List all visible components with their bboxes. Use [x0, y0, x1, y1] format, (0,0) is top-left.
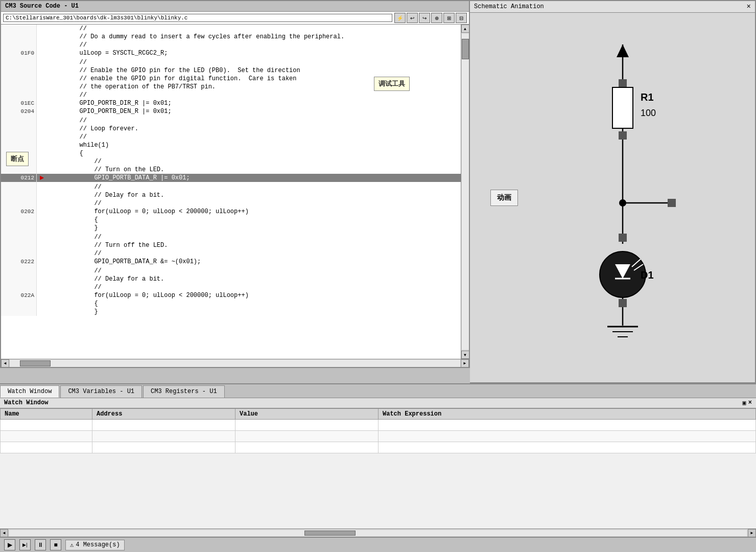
- nav-btn-2[interactable]: ↩: [407, 13, 418, 23]
- watch-scrollbar-h[interactable]: ◀ ▶: [0, 528, 756, 537]
- addr-cell: 022A: [1, 291, 37, 300]
- debug-tooltip: 调试工具: [374, 77, 410, 91]
- watch-float-btn[interactable]: ▣: [743, 399, 746, 407]
- code-cell: }: [47, 224, 461, 232]
- breakpoint-cell: [37, 308, 47, 316]
- watch-cell-value[interactable]: [235, 420, 379, 431]
- path-buttons: ⚡ ↩ ↪ ⊕ ⊞ ⊟: [394, 13, 467, 23]
- watch-cell-address[interactable]: [92, 431, 235, 442]
- watch-header-icons: ▣ ×: [743, 399, 752, 407]
- scroll-down-btn[interactable]: ▼: [461, 351, 469, 359]
- scroll-h-track[interactable]: [10, 360, 460, 367]
- schematic-close-btn[interactable]: ×: [747, 3, 751, 11]
- breakpoint-tooltip: 断点: [6, 152, 29, 166]
- nav-btn-1[interactable]: ⚡: [394, 13, 406, 23]
- breakpoint-cell: [37, 166, 47, 174]
- play-button[interactable]: ▶: [4, 539, 15, 550]
- scrollbar-vertical[interactable]: ▲ ▼: [461, 25, 469, 359]
- breakpoint-cell: [37, 258, 47, 266]
- table-row: //: [1, 25, 461, 33]
- watch-cell-name[interactable]: [1, 420, 92, 431]
- table-row: //: [1, 199, 461, 208]
- scroll-track[interactable]: [462, 34, 469, 350]
- watch-cell-address[interactable]: [92, 420, 235, 431]
- watch-cell-name[interactable]: [1, 431, 92, 442]
- table-row: // Do a dummy read to insert a few cycle…: [1, 33, 461, 41]
- breakpoint-cell: [37, 249, 47, 258]
- pause-button[interactable]: ⏸: [35, 539, 46, 550]
- scroll-thumb[interactable]: [462, 39, 469, 59]
- tab-cm3-registers[interactable]: CM3 Registers - U1: [143, 385, 225, 398]
- scroll-h-thumb[interactable]: [20, 360, 51, 366]
- addr-cell: 0202: [1, 208, 37, 216]
- code-cell: GPIO_PORTB_DEN_R |= 0x01;: [47, 107, 461, 116]
- code-cell: //: [47, 183, 461, 191]
- breakpoint-cell: [37, 275, 47, 283]
- code-cell: //: [47, 91, 461, 99]
- list-item: [1, 420, 756, 431]
- nav-btn-5[interactable]: ⊞: [443, 13, 455, 23]
- breakpoint-cell: [37, 191, 47, 199]
- code-cell: // Do a dummy read to insert a few cycle…: [47, 33, 461, 41]
- watch-cell-name[interactable]: [1, 442, 92, 453]
- addr-cell: [1, 66, 37, 75]
- watch-scroll-left[interactable]: ◀: [0, 529, 8, 537]
- scroll-right-btn[interactable]: ▶: [461, 359, 469, 367]
- tab-watch-window[interactable]: Watch Window: [0, 385, 59, 398]
- scroll-left-btn[interactable]: ◀: [1, 359, 9, 367]
- nav-btn-6[interactable]: ⊟: [456, 13, 467, 23]
- nav-btn-3[interactable]: ↪: [419, 13, 430, 23]
- animation-label: 动画: [490, 190, 518, 206]
- watch-cell-address[interactable]: [92, 442, 235, 453]
- addr-cell: [1, 166, 37, 174]
- addr-cell: [1, 75, 37, 83]
- code-cell: while(1): [47, 141, 461, 149]
- addr-cell: [1, 58, 37, 66]
- code-cell: //: [47, 157, 461, 166]
- code-cell: GPIO_PORTB_DATA_R &= ~(0x01);: [47, 258, 461, 266]
- code-cell: // Enable the GPIO pin for the LED (PB0)…: [47, 66, 461, 75]
- message-icon: ⚠: [70, 541, 74, 549]
- addr-cell: [1, 216, 37, 224]
- code-area: // // Do a dummy read to insert a few cy…: [1, 25, 469, 359]
- addr-cell: [1, 91, 37, 99]
- watch-scroll-track[interactable]: [9, 530, 747, 536]
- nav-btn-4[interactable]: ⊕: [431, 13, 442, 23]
- code-cell: GPIO_PORTB_DIR_R |= 0x01;: [47, 99, 461, 107]
- table-row: // Enable the GPIO pin for the LED (PB0)…: [1, 66, 461, 75]
- watch-table-body: [1, 420, 756, 453]
- code-cell: //: [47, 283, 461, 291]
- stop-button[interactable]: ■: [50, 539, 61, 550]
- watch-close-btn[interactable]: ×: [748, 399, 752, 407]
- breakpoint-cell: ►: [37, 174, 47, 182]
- table-row: //: [1, 41, 461, 49]
- svg-rect-10: [668, 199, 676, 207]
- watch-cell-value[interactable]: [235, 431, 379, 442]
- scrollbar-horizontal[interactable]: ◀ ▶: [1, 359, 469, 367]
- watch-cell-watch[interactable]: [379, 431, 756, 442]
- table-row: {: [1, 149, 461, 157]
- watch-scroll-thumb[interactable]: [304, 531, 356, 536]
- code-cell: {: [47, 149, 461, 157]
- tab-cm3-variables[interactable]: CM3 Variables - U1: [60, 385, 142, 398]
- scroll-up-btn[interactable]: ▲: [461, 25, 469, 33]
- addr-cell: [1, 33, 37, 41]
- breakpoint-cell: [37, 241, 47, 249]
- addr-cell: [1, 41, 37, 49]
- code-cell: //: [47, 41, 461, 49]
- watch-cell-watch[interactable]: [379, 442, 756, 453]
- watch-scroll-right[interactable]: ▶: [748, 529, 756, 537]
- code-scroll[interactable]: // // Do a dummy read to insert a few cy…: [1, 25, 461, 359]
- svg-text:D1: D1: [641, 269, 654, 281]
- svg-text:100: 100: [641, 108, 656, 118]
- step-button[interactable]: ▶|: [19, 539, 31, 550]
- watch-cell-value[interactable]: [235, 442, 379, 453]
- svg-marker-1: [617, 44, 629, 57]
- table-row: {: [1, 216, 461, 224]
- path-input[interactable]: [3, 14, 392, 22]
- breakpoint-cell: [37, 83, 47, 91]
- table-row: //: [1, 133, 461, 141]
- table-row: }: [1, 224, 461, 232]
- watch-cell-watch[interactable]: [379, 420, 756, 431]
- table-row: //: [1, 157, 461, 166]
